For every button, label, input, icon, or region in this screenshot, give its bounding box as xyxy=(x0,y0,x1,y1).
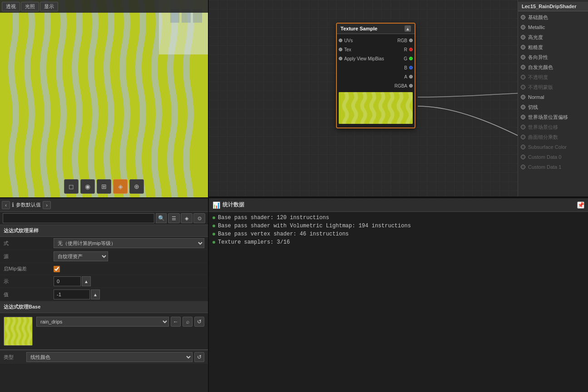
show-increment-button[interactable]: ▲ xyxy=(82,276,91,286)
shader-pin-tangent: 切线 xyxy=(518,102,588,112)
mip-checkbox[interactable] xyxy=(54,266,60,272)
stats-title: 统计数据 xyxy=(222,201,244,209)
viewport-toolbar: 透视 光照 显示 xyxy=(0,0,208,13)
settings-button[interactable]: ⊙ xyxy=(193,213,205,223)
search-button[interactable]: 🔍 xyxy=(156,213,167,223)
view-buttons: ☰ ◈ ⊙ xyxy=(168,213,205,223)
perspective-button[interactable]: 透视 xyxy=(2,2,20,11)
shader-pin-anisotropy: 各向异性 xyxy=(518,52,588,62)
uvs-input-pin xyxy=(339,39,342,42)
search-row: 🔍 ☰ ◈ ⊙ xyxy=(0,212,208,225)
property-row-show: 示 ▲ xyxy=(0,275,208,288)
show-button[interactable]: 显示 xyxy=(40,2,58,11)
shader-pin-specular: 高光度 xyxy=(518,32,588,42)
normal-pin xyxy=(521,95,525,99)
g-output-pin xyxy=(409,57,413,60)
tangent-pin xyxy=(521,105,525,109)
emissive-pin xyxy=(521,65,525,69)
subsurface-pin xyxy=(521,145,525,149)
panel-title: 参数默认值 xyxy=(16,201,41,208)
texture-name-row: rain_drips ← ⌕ ↺ xyxy=(36,317,204,327)
vp-icon-perspective[interactable]: ◻ xyxy=(64,179,79,194)
section-header-base[interactable]: 达达式纹理Base xyxy=(0,301,208,313)
shader-pin-normal: Normal xyxy=(518,92,588,102)
type-select[interactable]: 线性颜色 xyxy=(26,352,193,362)
property-row-value: 值 ▲ xyxy=(0,288,208,301)
texture-refresh-button[interactable]: ↺ xyxy=(194,317,204,327)
stats-content: Base pass shader: 120 instructions Base … xyxy=(209,212,588,392)
vp-icon-plane[interactable]: ⊞ xyxy=(97,179,111,194)
stats-text-2: Base pass shader with Volumetric Lightma… xyxy=(218,223,411,229)
stats-line-4: Texture samplers: 3/16 xyxy=(212,239,584,245)
show-value: ▲ xyxy=(54,276,204,286)
value-input[interactable] xyxy=(54,289,90,299)
type-action-button[interactable]: ↺ xyxy=(194,352,204,362)
forward-button[interactable]: › xyxy=(43,201,51,209)
mode-select[interactable]: 无（使用计算的mip等级） xyxy=(54,238,204,248)
metallic-pin xyxy=(521,25,525,29)
type-row: 类型 线性颜色 ↺ xyxy=(0,350,208,364)
opacity-pin xyxy=(521,75,525,79)
stats-text-1: Base pass shader: 120 instructions xyxy=(218,215,329,221)
custom-data-0-pin xyxy=(521,155,525,159)
base-color-pin xyxy=(521,15,525,20)
texture-node-preview xyxy=(339,92,413,124)
rgba-output-pin xyxy=(409,84,413,88)
stats-text-3: Base pass vertex shader: 46 instructions xyxy=(218,231,349,237)
texture-search-button[interactable]: ⌕ xyxy=(183,317,193,327)
stats-pin-button[interactable]: 📌 xyxy=(577,201,584,209)
panel-toolbar: ‹ ℹ 参数默认值 › xyxy=(0,198,208,212)
shader-pin-subsurface: Subsurface Color xyxy=(518,142,588,152)
node-editor[interactable]: Texture Sample ▲ UVs RGB xyxy=(209,0,588,196)
info-icon[interactable]: ℹ xyxy=(12,201,14,208)
vp-icon-cylinder[interactable]: ⊕ xyxy=(129,179,144,194)
stats-dot-2 xyxy=(212,225,215,227)
property-row-mode: 式 无（使用计算的mip等级） xyxy=(0,237,208,250)
texture-thumbnail xyxy=(4,317,33,346)
stats-header: 📊 统计数据 📌 xyxy=(209,198,588,212)
texture-node-body: UVs RGB Tex R xyxy=(337,34,415,127)
node-pin-b: B xyxy=(337,63,415,72)
tex-input-pin xyxy=(339,48,342,51)
mode-value: 无（使用计算的mip等级） xyxy=(54,238,204,248)
vp-icon-cube[interactable]: ◈ xyxy=(113,179,128,194)
node-pin-uvs: UVs RGB xyxy=(337,36,415,45)
stats-icon: 📊 xyxy=(212,201,220,209)
lighting-button[interactable]: 光照 xyxy=(21,2,39,11)
shader-pin-custom-data-1: Custom Data 1 xyxy=(518,162,588,172)
shader-panel-title: Lec15_RainDripShader xyxy=(518,2,588,11)
search-input[interactable] xyxy=(3,213,154,223)
shader-pin-tessellation: 曲面细分乘数 xyxy=(518,132,588,142)
section-header-sampler[interactable]: 达达式纹理采样 xyxy=(0,225,208,237)
node-collapse-button[interactable]: ▲ xyxy=(405,25,411,32)
node-pin-tex: Tex R xyxy=(337,45,415,54)
custom-data-1-pin xyxy=(521,165,525,169)
base-section-title: 达达式纹理Base xyxy=(4,304,40,310)
mode-label: 式 xyxy=(4,240,54,247)
shader-pin-world-displacement: 世界场景位移 xyxy=(518,122,588,132)
texture-select[interactable]: rain_drips xyxy=(36,317,169,327)
source-select[interactable]: 自纹理资产 xyxy=(54,251,108,261)
property-row-mip: 启Mip偏差 xyxy=(0,263,208,275)
shader-pin-world-offset: 世界场景位置偏移 xyxy=(518,112,588,122)
specular-pin xyxy=(521,35,525,39)
section-title: 达达式纹理采样 xyxy=(4,227,39,234)
show-input[interactable] xyxy=(54,276,81,286)
texture-nav-back[interactable]: ← xyxy=(171,317,181,327)
vp-icon-sphere[interactable]: ◉ xyxy=(80,179,95,194)
shader-pin-opacity-mask: 不透明蒙版 xyxy=(518,82,588,92)
opacity-mask-pin xyxy=(521,85,525,89)
stats-line-2: Base pass shader with Volumetric Lightma… xyxy=(212,223,584,229)
tessellation-pin xyxy=(521,135,525,139)
value-increment-button[interactable]: ▲ xyxy=(91,289,100,299)
type-label: 类型 xyxy=(4,354,26,361)
b-output-pin xyxy=(409,66,413,69)
source-label: 源 xyxy=(4,253,54,260)
a-output-pin xyxy=(409,75,413,78)
filter-button[interactable]: ◈ xyxy=(181,213,193,223)
list-view-button[interactable]: ☰ xyxy=(168,213,180,223)
texture-sample-node[interactable]: Texture Sample ▲ UVs RGB xyxy=(336,23,415,128)
texture-node-header: Texture Sample ▲ xyxy=(337,24,415,34)
back-button[interactable]: ‹ xyxy=(2,201,10,209)
viewport-image: ◻ ◉ ⊞ ◈ ⊕ xyxy=(0,0,208,197)
